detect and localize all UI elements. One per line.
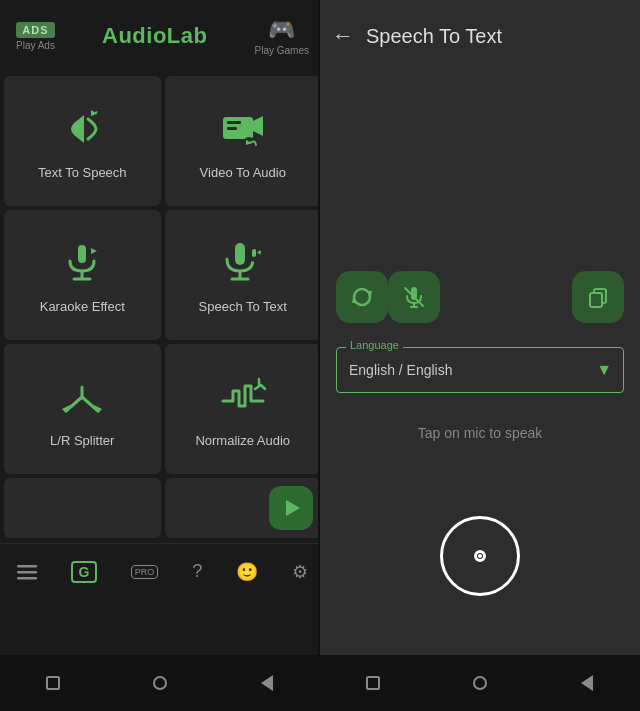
stt-output-area xyxy=(320,72,640,263)
stt-panel-title: Speech To Text xyxy=(366,25,502,48)
mic-toggle-button[interactable] xyxy=(388,271,440,323)
left-panel: ADS Play Ads AudioLab 🎮 Play Games xyxy=(0,0,325,655)
lr-splitter-label: L/R Splitter xyxy=(50,433,114,448)
text-to-speech-label: Text To Speech xyxy=(38,165,127,180)
ads-badge: ADS xyxy=(16,22,54,38)
sys-home-button[interactable] xyxy=(150,673,170,693)
mic-area xyxy=(320,457,640,656)
sys-back-button[interactable] xyxy=(257,673,277,693)
bottom-nav: G PRO ? 🙂 ⚙ xyxy=(0,543,325,599)
svg-rect-3 xyxy=(227,121,241,124)
home-icon xyxy=(153,676,167,690)
copy-button[interactable] xyxy=(572,271,624,323)
language-section: Language English / English ▼ xyxy=(336,347,624,393)
games-label: Play Games xyxy=(255,45,309,56)
grid-item-karaoke-effect[interactable]: Karaoke Effect xyxy=(4,210,161,340)
grid-item-video-to-audio[interactable]: Video To Audio xyxy=(165,76,322,206)
mic-record-button[interactable] xyxy=(440,516,520,596)
language-dropdown[interactable]: English / English xyxy=(336,347,624,393)
stt-panel: ← Speech To Text xyxy=(320,0,640,655)
ads-label: Play Ads xyxy=(16,40,55,51)
video-to-audio-label: Video To Audio xyxy=(200,165,286,180)
svg-rect-23 xyxy=(17,571,37,574)
grid-item-partial-2[interactable] xyxy=(165,478,322,538)
sys-back-button-2[interactable] xyxy=(577,673,597,693)
svg-rect-6 xyxy=(78,245,86,263)
play-games-button[interactable]: 🎮 Play Games xyxy=(255,17,309,56)
sys-recents-button[interactable] xyxy=(43,673,63,693)
stt-action-buttons xyxy=(320,263,640,331)
system-nav xyxy=(0,655,640,711)
grid-item-speech-to-text[interactable]: Speech To Text xyxy=(165,210,322,340)
language-select-wrapper[interactable]: English / English ▼ xyxy=(336,347,624,393)
svg-line-15 xyxy=(66,397,82,411)
normalize-audio-icon xyxy=(217,371,269,423)
home-icon-2 xyxy=(473,676,487,690)
grid-item-normalize-audio[interactable]: Normalize Audio xyxy=(165,344,322,474)
nav-help-icon[interactable]: ? xyxy=(192,561,202,582)
svg-rect-10 xyxy=(235,243,245,265)
app-header: ADS Play Ads AudioLab 🎮 Play Games xyxy=(0,0,325,72)
nav-settings-icon[interactable]: ⚙ xyxy=(292,561,308,583)
language-label: Language xyxy=(346,339,403,351)
normalize-audio-label: Normalize Audio xyxy=(195,433,290,448)
app-title-audio: Audio xyxy=(102,23,167,48)
speech-to-text-icon xyxy=(217,237,269,289)
recents-icon xyxy=(46,676,60,690)
text-to-speech-icon xyxy=(56,103,108,155)
back-button[interactable]: ← xyxy=(332,23,354,49)
mic-center-dot xyxy=(478,554,482,558)
video-to-audio-icon xyxy=(217,103,269,155)
play-button[interactable] xyxy=(269,486,313,530)
sys-recents-button-2[interactable] xyxy=(363,673,383,693)
play-triangle-icon xyxy=(286,500,300,516)
mic-inner-ring xyxy=(474,550,486,562)
app-title: AudioLab xyxy=(102,23,207,49)
svg-rect-32 xyxy=(590,293,602,307)
karaoke-effect-icon xyxy=(56,237,108,289)
back-nav-icon xyxy=(261,675,273,691)
gamepad-icon: 🎮 xyxy=(268,17,295,43)
karaoke-effect-label: Karaoke Effect xyxy=(40,299,125,314)
svg-rect-24 xyxy=(17,577,37,580)
nav-menu-icon[interactable] xyxy=(17,562,37,582)
grid-item-partial-1[interactable] xyxy=(4,478,161,538)
nav-pro-icon[interactable]: PRO xyxy=(131,565,159,579)
ads-button[interactable]: ADS Play Ads xyxy=(16,22,55,51)
grid-item-lr-splitter[interactable]: L/R Splitter xyxy=(4,344,161,474)
speech-to-text-label: Speech To Text xyxy=(199,299,287,314)
lr-splitter-icon xyxy=(56,371,108,423)
back-nav-icon-2 xyxy=(581,675,593,691)
app-title-lab: Lab xyxy=(167,23,208,48)
refresh-button[interactable] xyxy=(336,271,388,323)
tap-hint: Tap on mic to speak xyxy=(320,425,640,441)
stt-header: ← Speech To Text xyxy=(320,0,640,72)
grid-item-text-to-speech[interactable]: Text To Speech xyxy=(4,76,161,206)
nav-emoji-icon[interactable]: 🙂 xyxy=(236,561,258,583)
nav-translate-icon[interactable]: G xyxy=(71,561,97,583)
svg-marker-2 xyxy=(253,116,263,136)
svg-rect-4 xyxy=(227,127,237,130)
recents-icon-2 xyxy=(366,676,380,690)
sys-home-button-2[interactable] xyxy=(470,673,490,693)
svg-rect-22 xyxy=(17,565,37,568)
svg-line-16 xyxy=(82,397,98,411)
svg-line-20 xyxy=(261,385,265,389)
